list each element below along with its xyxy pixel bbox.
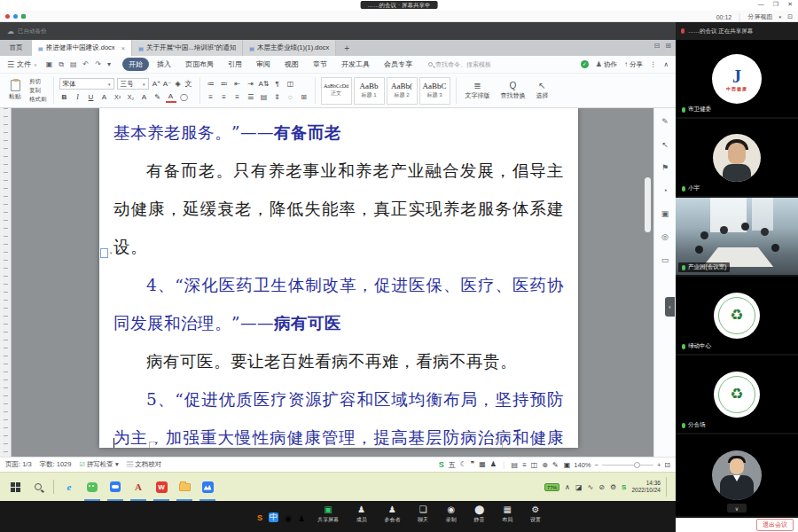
expand-chevron-icon[interactable]: ∨: [727, 504, 747, 512]
meeting-taskbar-button[interactable]: [196, 473, 219, 501]
text-layout-button[interactable]: ≣文字排版: [466, 81, 490, 100]
participant-tile[interactable]: ♻ 分会场: [676, 356, 798, 433]
zoom-in-button[interactable]: +: [657, 461, 661, 469]
export-icon[interactable]: ⧉: [59, 60, 64, 69]
mute-button[interactable]: ⬤静音: [474, 505, 485, 524]
wechat-taskbar-button[interactable]: [81, 473, 104, 501]
style-heading2[interactable]: AaBb(标题 2: [387, 77, 418, 105]
menu-tab-home[interactable]: 开始: [122, 58, 149, 71]
style-heading1[interactable]: AaBb标题 1: [354, 77, 385, 105]
wps-mini-icon[interactable]: S: [257, 512, 262, 522]
justify-icon[interactable]: ☰: [246, 91, 256, 103]
home-tab[interactable]: 首页: [0, 40, 32, 56]
close-button[interactable]: ✕: [787, 1, 793, 8]
line-spacing-icon[interactable]: ⇕: [272, 91, 283, 103]
outline-view-icon[interactable]: ≡: [522, 461, 527, 469]
taskbar-clock[interactable]: 14:36 2022/10/24: [631, 480, 661, 494]
zoom-slider[interactable]: [602, 465, 653, 466]
start-button[interactable]: [4, 473, 27, 501]
tab-list-icon[interactable]: ⊟: [654, 42, 661, 50]
display-icon[interactable]: ◪: [575, 483, 583, 491]
timer-icon[interactable]: ◔: [662, 186, 667, 195]
enclose-char-button[interactable]: ◯: [179, 91, 190, 103]
camera-icon[interactable]: ▭: [661, 255, 669, 264]
sort-icon[interactable]: A⇅: [259, 78, 270, 90]
explorer-taskbar-button[interactable]: [173, 473, 196, 501]
wps-status-icon[interactable]: S: [439, 460, 444, 470]
distribute-icon[interactable]: ▤: [259, 91, 270, 103]
format-painter-button[interactable]: 格式刷: [29, 96, 47, 104]
menu-tab-devtools[interactable]: 开发工具: [335, 58, 376, 71]
new-tab-button[interactable]: +: [336, 40, 357, 56]
menu-tab-insert[interactable]: 插入: [151, 58, 177, 71]
ink-view-icon[interactable]: ✎: [552, 461, 559, 469]
style-body[interactable]: AaBbCcDd正文: [321, 77, 352, 105]
columns-icon[interactable]: ◫: [286, 78, 296, 90]
italic-button[interactable]: I: [73, 91, 83, 103]
night-mode-icon[interactable]: ☾: [460, 460, 466, 470]
command-search[interactable]: 查找命令、搜索模板: [428, 60, 491, 69]
shading-icon[interactable]: ◌: [286, 91, 296, 103]
maximize-button[interactable]: ❐: [773, 1, 778, 8]
show-desktop-button[interactable]: [666, 477, 670, 497]
paste-button[interactable]: 粘贴: [4, 80, 27, 101]
red-a-taskbar-button[interactable]: A: [127, 473, 150, 501]
text-effects-button[interactable]: A: [139, 91, 150, 103]
participant-tile[interactable]: 小宇: [676, 119, 798, 196]
menu-tab-references[interactable]: 引用: [222, 58, 248, 71]
settings-tray-icon[interactable]: ⚙: [610, 483, 616, 491]
fit-page-icon[interactable]: ▣: [564, 461, 571, 469]
record-button[interactable]: ◉录制: [446, 505, 457, 524]
settings-button[interactable]: ⚙设置: [530, 505, 541, 524]
battery-indicator[interactable]: 77%: [544, 483, 559, 491]
close-tab-icon[interactable]: ×: [121, 44, 126, 52]
page-view-icon[interactable]: ▤: [512, 461, 519, 469]
netdisk-taskbar-button[interactable]: [104, 473, 127, 501]
minimize-button[interactable]: —: [758, 1, 764, 8]
numbering-icon[interactable]: ≕: [219, 78, 230, 90]
collab-button[interactable]: ♟ 协作: [596, 60, 617, 69]
menu-tab-review[interactable]: 审阅: [250, 58, 277, 71]
decrease-indent-icon[interactable]: ⇤: [232, 78, 243, 90]
file-menu-button[interactable]: ☰ 文件 ∨: [7, 59, 37, 69]
cursor-icon[interactable]: ↖: [661, 140, 669, 149]
subscript-button[interactable]: X₂: [126, 91, 137, 103]
menu-tab-pagelayout[interactable]: 页面布局: [179, 58, 220, 71]
network-icon[interactable]: ∿: [588, 483, 594, 491]
participant-tile[interactable]: ♻ 绿动中心: [676, 277, 798, 354]
undo-icon[interactable]: ↶: [83, 60, 90, 69]
tab-layout-icon[interactable]: ⊞: [665, 42, 671, 50]
style-heading3[interactable]: AaBbC标题 3: [419, 77, 450, 105]
spotlight-icon[interactable]: ◎: [661, 232, 669, 241]
paragraph-style-mark-icon[interactable]: [100, 248, 108, 258]
underline-button[interactable]: U: [86, 91, 97, 103]
select-button[interactable]: ↖选择: [536, 81, 549, 100]
strikethrough-button[interactable]: A: [99, 91, 110, 103]
web-view-icon[interactable]: ⊕: [542, 461, 548, 469]
doc-tab-1[interactable]: ▤推进健康中国建设.docx×: [32, 40, 132, 56]
spellcheck-toggle[interactable]: ☑ 拼写检查 ▾: [79, 460, 118, 469]
screenshot-icon[interactable]: ▣: [661, 209, 669, 218]
grow-font-icon[interactable]: A⁺: [152, 78, 162, 90]
user-mini-icon[interactable]: ♟: [298, 509, 305, 525]
menu-tab-section[interactable]: 章节: [307, 58, 333, 71]
show-marks-icon[interactable]: ¶: [272, 78, 283, 90]
doc-tab-3[interactable]: ▤木层主委业绩(1)(1).docx: [243, 40, 336, 56]
font-color-button[interactable]: A: [166, 91, 176, 103]
pen-icon[interactable]: ✎: [661, 117, 669, 126]
share-screen-button[interactable]: ▣共享屏幕: [317, 505, 339, 524]
volume-muted-icon[interactable]: ⊘: [598, 483, 605, 491]
participant-tile[interactable]: 产业园(会议室): [676, 198, 798, 275]
fullscreen-view-icon[interactable]: ⊡: [664, 461, 670, 469]
wubi-icon[interactable]: 五: [449, 460, 456, 470]
layout-button[interactable]: ▦布局: [502, 505, 512, 524]
taskbar-search-button[interactable]: [27, 473, 50, 501]
chat-button[interactable]: ❏聊天: [418, 505, 428, 524]
view-switch-button[interactable]: 分屏视图: [748, 12, 773, 21]
tray-expand-icon[interactable]: ∧: [565, 483, 570, 491]
highlight-button[interactable]: ✎: [153, 91, 163, 103]
increase-indent-icon[interactable]: ⇥: [246, 78, 256, 90]
align-right-icon[interactable]: ≡: [232, 91, 243, 103]
leave-meeting-button[interactable]: 退出会议: [756, 519, 794, 531]
attendees-button[interactable]: ♟参会者: [384, 505, 400, 524]
